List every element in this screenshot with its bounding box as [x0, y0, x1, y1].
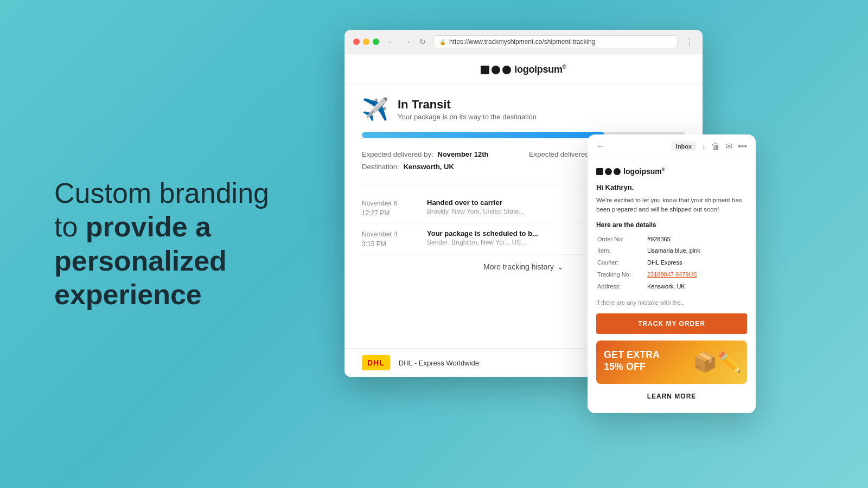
delivered-by-row: Expected delivered by: November 12th: [362, 150, 518, 158]
email-card: ← Inbox ↓ 🗑 ✉ ••• logoipsum® Hi Kathryn.…: [588, 134, 756, 413]
headline-bold-line3: personalized: [54, 245, 227, 277]
logo-shapes: [481, 66, 511, 74]
url-bar[interactable]: 🔒 https://www.trackmyshipment.co/shipmen…: [433, 35, 678, 48]
email-footer-text: If there are any mistake with the..: [596, 299, 747, 306]
logo-circle2: [502, 66, 511, 74]
tracking-no-value: 23189047 8479US: [647, 269, 700, 280]
carrier-name: DHL - Express Worldwide: [399, 359, 479, 367]
more-icon[interactable]: •••: [738, 142, 747, 151]
email-back-button[interactable]: ←: [596, 142, 605, 151]
history-date-day-1: November 6: [362, 198, 416, 208]
item-row: Item: Lisamaria blue, pink: [597, 246, 700, 256]
left-text-section: Custom branding to provide a personalize…: [54, 176, 269, 312]
learn-more-button[interactable]: LEARN MORE: [596, 390, 747, 404]
browser-nav: ← → ↻: [385, 36, 428, 47]
tracking-no-label: Tracking No:: [597, 269, 646, 280]
promo-decoration: 📦✏️: [693, 351, 742, 374]
address-label: Address:: [597, 281, 646, 292]
destination-row: Destination: Kensworth, UK: [362, 163, 518, 171]
history-date-1: November 6 12:27 PM: [362, 198, 416, 218]
history-event-title-2: Your package is scheduled to b...: [427, 229, 538, 237]
logo-square: [481, 66, 489, 74]
browser-dots: [353, 38, 379, 45]
order-no-row: Order No: #928365: [597, 234, 700, 245]
email-logo-text: logoipsum®: [623, 167, 665, 176]
chevron-down-icon: ⌄: [557, 262, 564, 271]
courier-value: DHL Express: [647, 258, 700, 268]
tracking-link[interactable]: 23189047 8479US: [647, 271, 697, 278]
browser-dot-red: [353, 38, 360, 45]
email-body: logoipsum® Hi Kathryn. We're excited to …: [588, 158, 756, 413]
history-date-2: November 4 3:15 PM: [362, 229, 416, 249]
email-detail-table: Order No: #928365 Item: Lisamaria blue, …: [596, 233, 701, 293]
more-history-label: More tracking history: [483, 262, 554, 271]
history-event-title-1: Handed over to carrier: [427, 198, 524, 207]
history-time-1: 12:27 PM: [362, 208, 416, 218]
in-transit-info: In Transit Your package is on its way to…: [398, 98, 537, 121]
browser-dot-yellow: [363, 38, 369, 45]
history-event-sub-2: Sender: Bright'on, New Yor... US...: [427, 239, 538, 246]
destination-value: Kensworth, UK: [404, 163, 454, 171]
browser-menu-icon[interactable]: ⋮: [685, 37, 694, 47]
lock-icon: 🔒: [439, 39, 446, 45]
delete-icon[interactable]: 🗑: [711, 142, 720, 151]
browser-logo: logoipsum®: [481, 64, 566, 75]
courier-row: Courier: DHL Express: [597, 258, 700, 268]
headline-line1: Custom branding: [54, 177, 269, 209]
headline-line2-prefix: to: [54, 211, 86, 243]
logo-text: logoipsum®: [514, 64, 566, 75]
browser-chrome: ← → ↻ 🔒 https://www.trackmyshipment.co/s…: [344, 30, 703, 54]
track-order-button[interactable]: TRACK MY ORDER: [596, 313, 747, 334]
email-logo: logoipsum®: [596, 167, 747, 176]
email-details-title: Here are the details: [596, 221, 747, 229]
url-text: https://www.trackmyshipment.co/shipment-…: [449, 38, 595, 46]
in-transit-title: In Transit: [398, 98, 537, 112]
email-message: We're excited to let you know that your …: [596, 196, 747, 215]
back-button[interactable]: ←: [385, 36, 397, 47]
browser-dot-green: [373, 38, 379, 45]
order-no-value: #928365: [647, 234, 700, 245]
delivered-by-label: Expected delivered by:: [362, 150, 433, 158]
tracking-no-row: Tracking No: 23189047 8479US: [597, 269, 700, 280]
forward-button[interactable]: →: [401, 36, 413, 47]
delivered-by-value: November 12th: [438, 150, 489, 158]
order-no-label: Order No:: [597, 234, 646, 245]
email-logo-shapes: [596, 168, 621, 175]
item-label: Item:: [597, 246, 646, 256]
history-time-2: 3:15 PM: [362, 239, 416, 249]
email-logo-circle1: [605, 168, 612, 175]
destination-label: Destination:: [362, 163, 399, 171]
address-value: Kenswork, UK: [647, 281, 700, 292]
dhl-badge: DHL: [362, 355, 390, 370]
history-date-day-2: November 4: [362, 229, 416, 239]
address-row: Address: Kenswork, UK: [597, 281, 700, 292]
item-value: Lisamaria blue, pink: [647, 246, 700, 256]
email-toolbar: ← Inbox ↓ 🗑 ✉ •••: [588, 134, 756, 158]
inbox-badge: Inbox: [672, 142, 696, 151]
in-transit-header: ✈️ In Transit Your package is on its way…: [362, 97, 685, 122]
email-logo-square: [596, 168, 603, 175]
headline-bold-line4: experience: [54, 279, 202, 310]
logo-circle1: [492, 66, 500, 74]
headline-bold-line2: provide a: [86, 211, 211, 243]
download-icon[interactable]: ↓: [701, 142, 706, 151]
plane-icon: ✈️: [362, 97, 389, 122]
refresh-button[interactable]: ↻: [417, 36, 428, 47]
courier-label: Courier:: [597, 258, 646, 268]
history-event-2: Your package is scheduled to b... Sender…: [427, 229, 538, 249]
progress-bar-fill: [362, 132, 604, 138]
history-event-sub-1: Brookly, New York, United State...: [427, 208, 524, 215]
history-event-1: Handed over to carrier Brookly, New York…: [427, 198, 524, 218]
browser-logo-bar: logoipsum®: [344, 54, 703, 84]
in-transit-subtitle: Your package is on its way to the destin…: [398, 113, 537, 121]
promo-banner: GET EXTRA15% OFF 📦✏️: [596, 341, 747, 384]
email-greeting: Hi Kathryn.: [596, 183, 747, 191]
mail-icon[interactable]: ✉: [725, 141, 732, 151]
email-logo-circle2: [614, 168, 621, 175]
